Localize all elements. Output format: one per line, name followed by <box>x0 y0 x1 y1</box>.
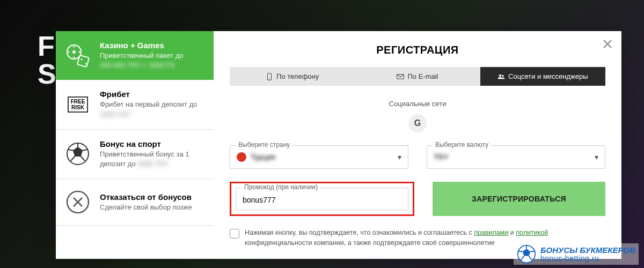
promo-field: Промокод (при наличии) <box>236 188 408 210</box>
casino-chip-dice-icon <box>64 42 91 69</box>
svg-point-7 <box>81 58 83 60</box>
soccer-ball-icon <box>517 244 536 264</box>
currency-value: TRY <box>434 153 449 161</box>
sidebar-item-title: Бонус на спорт <box>100 139 205 148</box>
svg-line-15 <box>68 150 74 151</box>
svg-point-4 <box>68 51 70 53</box>
free-risk-icon: FREE RISK <box>64 91 91 118</box>
tab-email[interactable]: По E-mail <box>355 67 480 86</box>
svg-point-1 <box>72 50 76 54</box>
close-circle-icon <box>64 189 91 215</box>
field-label: Выберите валюту <box>433 141 491 148</box>
registration-panel: РЕГИСТРАЦИЯ По телефону По E-mail Соцсет… <box>214 31 621 259</box>
policy-link[interactable]: политикой <box>516 229 548 236</box>
blurred-value: 1000 TRY <box>100 110 131 120</box>
close-icon <box>603 40 612 48</box>
register-button[interactable]: ЗАРЕГИСТРИРОВАТЬСЯ <box>433 182 605 216</box>
social-buttons-row: G <box>230 114 605 132</box>
sidebar-item-title: Отказаться от бонусов <box>100 192 205 202</box>
blurred-value: 5000 TRY <box>137 159 169 169</box>
sidebar-item-subtitle: Приветственный бонус за 1 депозит до 500… <box>100 150 205 169</box>
country-select[interactable]: Турция ▾ <box>230 145 408 169</box>
svg-line-13 <box>80 156 85 161</box>
social-networks-label: Социальные сети <box>230 100 605 108</box>
country-field: Выберите страну Турция ▾ <box>230 145 408 169</box>
svg-rect-6 <box>77 55 89 67</box>
currency-field: Выберите валюту TRY ▾ <box>427 145 605 169</box>
bonus-sidebar: Казино + Games Приветственный пакет до 2… <box>56 31 214 259</box>
brand-url: bonus-betting.ru <box>540 255 635 263</box>
register-button-label: ЗАРЕГИСТРИРОВАТЬСЯ <box>472 195 566 203</box>
svg-line-29 <box>530 251 535 252</box>
brand-text: БОНУСЫ БУКМЕКЕРОВ bonus-betting.ru <box>540 246 635 262</box>
sidebar-item-body: Бонус на спорт Приветственный бонус за 1… <box>100 139 205 169</box>
svg-point-24 <box>499 74 501 76</box>
tab-label: Соцсети и мессенджеры <box>508 72 588 80</box>
blurred-value: 200 000 TRY + 1000 FS <box>100 61 175 70</box>
sidebar-item-body: Казино + Games Приветственный пакет до 2… <box>100 41 205 70</box>
envelope-icon <box>397 73 404 80</box>
svg-line-32 <box>518 251 523 252</box>
sidebar-item-body: Фрибет Фрибет на первый депозит до 1000 … <box>100 90 205 119</box>
field-label: Промокод (при наличии) <box>242 183 320 191</box>
svg-point-5 <box>79 51 80 53</box>
bg-promo-text: F S <box>38 32 56 88</box>
chevron-down-icon: ▾ <box>398 153 401 161</box>
country-currency-row: Выберите страну Турция ▾ Выберите валюту… <box>230 145 605 169</box>
sidebar-item-freebet[interactable]: FREE RISK Фрибет Фрибет на первый депози… <box>56 80 214 129</box>
soccer-ball-icon <box>64 140 91 167</box>
google-login-button[interactable]: G <box>408 114 427 132</box>
tab-label: По телефону <box>276 72 319 80</box>
phone-icon <box>266 73 273 80</box>
tab-phone[interactable]: По телефону <box>230 67 355 86</box>
promo-highlight-box: Промокод (при наличии) <box>230 182 414 216</box>
bg-line: S <box>38 60 56 88</box>
bg-line: F <box>38 32 56 60</box>
sidebar-item-title: Фрибет <box>100 90 205 99</box>
field-label: Выберите страну <box>236 141 292 148</box>
registration-modal: Казино + Games Приветственный пакет до 2… <box>56 31 621 259</box>
watermark-brand: БОНУСЫ БУКМЕКЕРОВ bonus-betting.ru <box>514 243 639 265</box>
sidebar-item-casino[interactable]: Казино + Games Приветственный пакет до 2… <box>56 31 214 80</box>
chevron-down-icon: ▾ <box>595 153 598 161</box>
svg-line-12 <box>82 150 87 151</box>
svg-point-8 <box>85 63 87 64</box>
promo-input[interactable] <box>236 188 408 210</box>
brand-title: БОНУСЫ БУКМЕКЕРОВ <box>540 246 635 255</box>
google-icon: G <box>414 118 421 128</box>
svg-line-14 <box>71 156 75 161</box>
rules-link[interactable]: правилами <box>474 229 508 236</box>
sidebar-item-title: Казино + Games <box>100 41 205 50</box>
sidebar-item-decline-bonus[interactable]: Отказаться от бонусов Сделайте свой выбо… <box>56 179 214 226</box>
sidebar-item-subtitle: Сделайте свой выбор позже <box>100 203 205 212</box>
svg-point-22 <box>269 78 269 79</box>
sidebar-item-subtitle: Приветственный пакет до 200 000 TRY + 10… <box>100 51 205 70</box>
tab-label: По E-mail <box>407 72 438 80</box>
currency-select[interactable]: TRY ▾ <box>427 145 605 169</box>
sidebar-item-body: Отказаться от бонусов Сделайте свой выбо… <box>100 192 205 212</box>
promo-register-row: Промокод (при наличии) ЗАРЕГИСТРИРОВАТЬС… <box>230 182 605 216</box>
svg-point-2 <box>74 46 75 47</box>
flag-icon <box>237 152 246 162</box>
tab-social[interactable]: Соцсети и мессенджеры <box>480 67 605 86</box>
svg-point-3 <box>74 56 75 58</box>
svg-point-25 <box>502 75 504 77</box>
consent-checkbox[interactable] <box>230 229 239 239</box>
svg-marker-10 <box>74 147 82 156</box>
people-icon <box>497 73 505 80</box>
sidebar-item-sport-bonus[interactable]: Бонус на спорт Приветственный бонус за 1… <box>56 130 214 179</box>
page-title: РЕГИСТРАЦИЯ <box>230 44 605 56</box>
country-value: Турция <box>251 153 275 161</box>
sidebar-item-subtitle: Фрибет на первый депозит до 1000 TRY <box>100 100 205 119</box>
close-button[interactable] <box>601 38 614 50</box>
registration-tabs: По телефону По E-mail Соцсети и мессендж… <box>230 67 605 86</box>
